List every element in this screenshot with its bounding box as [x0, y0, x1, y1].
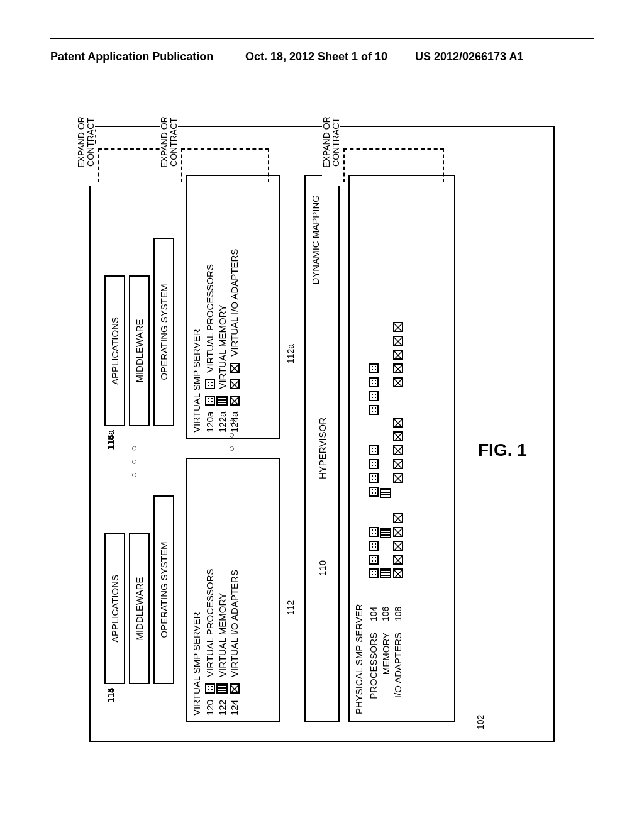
vio-row-l: 124 VIRTUAL I/O ADAPTERS	[229, 464, 240, 716]
memory-icon	[380, 488, 391, 498]
ref-112a: 112a	[286, 344, 296, 363]
memory-icon	[216, 683, 228, 694]
sw-stack-left: 118 APPLICATIONS 116 MIDDLEWARE 114 OPER…	[104, 495, 178, 684]
vproc-row-r: 120a VIRTUAL PROCESSORS	[204, 181, 215, 433]
ref-124a: 124a	[229, 412, 240, 433]
processor-icon	[369, 377, 379, 387]
mem-row: MEMORY 106	[380, 182, 391, 714]
processor-icon	[369, 459, 379, 469]
processor-icon	[369, 391, 379, 401]
processor-icon	[369, 555, 379, 565]
io-adapter-icon	[393, 527, 403, 537]
processor-icon	[369, 568, 379, 578]
mem-label: MEMORY	[380, 633, 391, 714]
io-adapter-icon	[393, 322, 403, 332]
vproc-label: VIRTUAL PROCESSORS	[204, 568, 215, 677]
header-middle: Oct. 18, 2012 Sheet 1 of 10	[245, 50, 387, 64]
ref-122a: 122a	[217, 412, 228, 433]
io-adapter-icon	[393, 473, 403, 483]
middleware-label-r: MIDDLEWARE	[134, 319, 145, 382]
middleware-box-right: 116a MIDDLEWARE	[129, 275, 150, 426]
applications-box-right: 118a APPLICATIONS	[104, 275, 125, 426]
applications-label-r: APPLICATIONS	[109, 317, 120, 385]
io-adapter-icon	[393, 431, 403, 441]
hypervisor-label: HYPERVISOR	[317, 418, 328, 479]
expand-contract-label: EXPAND OR CONTRACT	[322, 98, 340, 186]
processor-icon	[205, 683, 215, 694]
processor-icon	[205, 396, 215, 406]
processor-icon	[369, 405, 379, 415]
expand-contract-label: EXPAND OR CONTRACT	[160, 98, 178, 186]
expand-bracket-physical: EXPAND OR CONTRACT	[343, 148, 444, 182]
io-adapter-icon	[393, 363, 403, 374]
hypervisor-box: 110 HYPERVISOR DYNAMIC MAPPING	[304, 175, 340, 722]
vmem-row-r: 122a VIRTUAL MEMORY	[216, 181, 228, 433]
applications-box-left: 118 APPLICATIONS	[104, 533, 125, 684]
vmem-row-l: 122 VIRTUAL MEMORY	[216, 464, 228, 716]
dynamic-mapping-label: DYNAMIC MAPPING	[311, 195, 321, 285]
middleware-label: MIDDLEWARE	[134, 577, 145, 640]
memory-icon	[380, 528, 391, 538]
physical-smp-box: PHYSICAL SMP SERVER PROCESSORS 104 MEMOR…	[348, 175, 455, 722]
vsmp-title-r: VIRTUAL SMP SERVER	[191, 181, 202, 433]
io-adapter-icon	[393, 445, 403, 455]
ref-114: 114	[106, 688, 116, 723]
ref-124: 124	[229, 700, 240, 716]
memory-icon	[216, 396, 228, 406]
io-adapter-icon	[393, 459, 403, 469]
io-adapter-icon	[393, 377, 403, 387]
processor-icon	[369, 445, 379, 455]
processor-icon	[369, 363, 379, 374]
applications-label: APPLICATIONS	[109, 575, 120, 643]
vmem-label: VIRTUAL MEMORY	[217, 593, 228, 677]
ref-112: 112	[286, 600, 296, 615]
ref-120a: 120a	[204, 412, 215, 433]
header-rule	[50, 38, 594, 39]
expand-contract-label: EXPAND OR CONTRACT	[77, 98, 95, 186]
middleware-box-left: 116 MIDDLEWARE	[129, 533, 150, 684]
io-adapter-icon	[393, 541, 403, 551]
header-left: Patent Application Publication	[50, 50, 213, 64]
header-right: US 2012/0266173 A1	[415, 50, 523, 64]
io-label: I/O ADAPTERS	[392, 633, 403, 714]
vmem-label-r: VIRTUAL MEMORY	[217, 305, 228, 389]
ref-104: 104	[369, 590, 379, 621]
ref-108: 108	[393, 590, 403, 621]
processor-icon	[369, 541, 379, 551]
io-adapter-icon	[230, 396, 240, 406]
page: Patent Application Publication Oct. 18, …	[0, 0, 644, 830]
io-adapter-icon	[393, 418, 403, 428]
io-adapter-icon	[393, 555, 403, 565]
io-adapter-icon	[393, 513, 403, 523]
processor-icon	[369, 473, 379, 483]
ellipsis-icon: ○ ○ ○	[128, 438, 139, 483]
memory-icon	[380, 568, 391, 578]
io-adapter-icon	[393, 336, 403, 346]
proc-row: PROCESSORS 104	[368, 182, 379, 714]
processor-icon	[369, 487, 379, 497]
io-adapter-icon	[393, 350, 403, 360]
ref-114a: 114a	[106, 430, 116, 465]
diagram-wrap: 100 118 APPLICATIONS 116 MIDDLEWARE 114 …	[50, 88, 594, 780]
os-box-left: 114 OPERATING SYSTEM	[153, 495, 174, 684]
ref-102: 102	[475, 715, 486, 729]
system-outline: 118 APPLICATIONS 116 MIDDLEWARE 114 OPER…	[89, 126, 555, 742]
physical-title: PHYSICAL SMP SERVER	[353, 182, 364, 714]
os-box-right: 114a OPERATING SYSTEM	[153, 238, 174, 426]
os-label: OPERATING SYSTEM	[158, 541, 169, 638]
vproc-label-r: VIRTUAL PROCESSORS	[204, 264, 215, 373]
io-adapter-icon	[393, 568, 403, 578]
ref-110: 110	[317, 560, 328, 576]
io-adapter-icon	[230, 363, 240, 373]
vsmp-title-l: VIRTUAL SMP SERVER	[191, 464, 202, 716]
diagram: 100 118 APPLICATIONS 116 MIDDLEWARE 114 …	[83, 119, 561, 748]
expand-bracket-virtual: EXPAND OR CONTRACT	[181, 148, 269, 182]
vproc-row-l: 120 VIRTUAL PROCESSORS	[204, 464, 215, 716]
vio-row-r: 124a VIRTUAL I/O ADAPTERS	[229, 181, 240, 433]
io-row: I/O ADAPTERS 108	[392, 182, 403, 714]
ref-122: 122	[217, 700, 228, 716]
ref-106: 106	[380, 590, 391, 621]
virtual-smp-right: VIRTUAL SMP SERVER 120a VIRTUAL PROCESSO…	[186, 175, 280, 439]
processor-icon	[205, 379, 215, 389]
ref-120: 120	[204, 700, 215, 716]
